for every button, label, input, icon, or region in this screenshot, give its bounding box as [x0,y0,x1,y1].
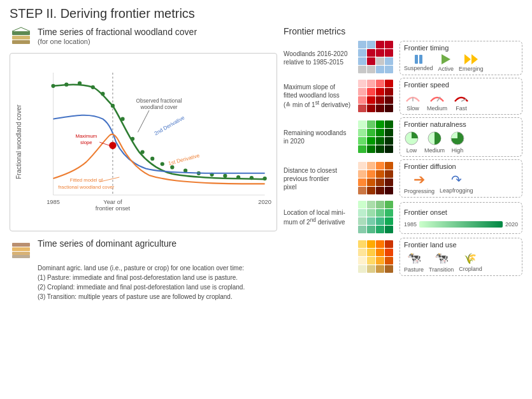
legend-label-pasture: Pasture [404,266,424,273]
svg-rect-118 [367,201,375,208]
svg-text:fractional woodland cover: fractional woodland cover [58,184,114,190]
legend-item-progressing: ➔ Progressing [404,173,435,194]
legend-label-medium: Medium [427,105,447,112]
svg-rect-145 [358,265,366,273]
svg-text:Year of: Year of [103,199,122,205]
frontier-metrics-title: Frontier metrics [284,26,522,36]
svg-rect-65 [376,80,384,87]
metric-label-naturalness: Remaining woodlandsin 2020 [284,129,354,145]
svg-rect-119 [376,201,384,208]
svg-point-18 [150,157,154,161]
metric-grid-diffusion [357,161,396,196]
timeseries-header: Time series of fractional woodland cover… [10,26,277,49]
svg-rect-47 [358,41,366,48]
svg-rect-75 [358,105,366,112]
agriculture-icon [10,238,32,261]
svg-rect-103 [376,162,384,170]
y-axis-label: Fractional woodland cover [15,59,27,226]
svg-rect-125 [358,217,366,225]
svg-rect-111 [376,178,384,186]
svg-rect-1 [12,36,30,40]
svg-rect-84 [376,120,384,128]
page-title: STEP II. Deriving frontier metrics [10,6,522,21]
svg-rect-45 [12,243,30,247]
svg-rect-133 [358,240,366,248]
svg-point-27 [263,177,267,180]
svg-rect-86 [358,129,366,136]
svg-rect-102 [367,162,375,170]
svg-rect-117 [358,201,366,208]
svg-point-9 [51,84,55,88]
svg-rect-91 [367,137,375,145]
svg-rect-138 [367,249,375,256]
legend-diffusion: Frontier diffusion ➔ Progressing ↷ Leapf… [399,159,522,198]
svg-rect-90 [358,137,366,145]
metric-grid-timing [357,40,396,75]
agriculture-header: Time series of dominant agriculture [10,238,277,261]
svg-rect-56 [367,57,375,65]
svg-rect-46 [12,255,30,258]
svg-rect-147 [376,265,384,273]
legend-label-high: High [452,147,464,154]
lower-text-line-1: (1) Pasture: immediate and final post-de… [38,273,277,282]
legend-item-active: Active [438,54,454,72]
svg-point-26 [250,176,254,180]
metric-row-speed: Maximum slope offitted woodland loss(≙ m… [284,78,522,115]
layers-icon [10,26,32,49]
svg-rect-62 [385,66,393,73]
legend-item-transition: 🐄 Transition [429,251,454,273]
svg-point-11 [78,82,82,85]
svg-point-24 [223,174,227,178]
legend-label-leapfrogging: Leapfrogging [440,187,473,194]
svg-rect-2 [12,31,30,35]
svg-point-16 [131,137,134,141]
lower-section: Time series of dominant agriculture Domi… [10,238,277,301]
svg-text:frontier onset: frontier onset [96,205,131,212]
legend-naturalness: Frontier naturalness Low [399,117,522,157]
svg-rect-141 [358,257,366,265]
legend-title-timing: Frontier timing [404,44,518,52]
svg-rect-148 [385,265,393,273]
svg-rect-52 [367,49,375,57]
svg-rect-74 [385,96,393,104]
right-panel: Frontier metrics Woodlands 2016-2020rela… [284,26,522,301]
svg-rect-95 [367,145,375,153]
metric-label-speed: Maximum slope offitted woodland loss(≙ m… [284,83,354,109]
timeseries-subtitle: (for one location) [38,38,197,45]
legend-label-progressing: Progressing [404,188,435,194]
svg-rect-87 [367,129,375,136]
metric-grid-onset [357,200,396,235]
legend-item-emerging: Emerging [459,54,484,72]
svg-rect-50 [385,41,393,48]
legend-onset: Frontier onset 1985 2020 [399,202,522,234]
chart-container: Fractional woodland cover [10,53,277,231]
svg-rect-63 [358,80,366,87]
lower-text-line-3: (3) Transition: multiple years of pastur… [38,292,277,301]
svg-point-12 [91,85,95,89]
legend-item-pasture: 🐄 Pasture [404,251,424,273]
metric-label-onset: Location of local mini-mum of 2nd deriva… [284,208,354,226]
metric-row-landuse: Frontier land use 🐄 Pasture 🐄 Transition [284,238,522,276]
svg-rect-70 [385,88,393,96]
svg-line-3 [12,27,21,31]
svg-point-17 [141,150,145,154]
svg-rect-132 [385,226,393,233]
svg-point-19 [161,162,164,166]
metric-row-diffusion: Distance to closestprevious frontierpixe… [284,159,522,198]
svg-text:Fitted model of: Fitted model of [70,177,103,183]
legend-item-medium-nat: Medium [424,131,445,154]
legend-item-cropland: 🌾 Cropland [459,252,482,272]
metric-grid-landuse [357,240,396,275]
svg-rect-142 [367,257,375,265]
legend-label-slow: Slow [406,105,419,112]
legend-title-diffusion: Frontier diffusion [404,163,518,170]
svg-rect-89 [385,129,393,136]
legend-label-cropland: Cropland [459,266,482,272]
svg-point-25 [236,175,240,179]
svg-text:2020: 2020 [258,199,271,205]
svg-rect-43 [12,252,30,255]
lower-text-line-2: (2) Cropland: immediate and final post-d… [38,282,277,292]
svg-rect-77 [376,105,384,112]
svg-rect-92 [376,137,384,145]
svg-rect-68 [367,88,375,96]
